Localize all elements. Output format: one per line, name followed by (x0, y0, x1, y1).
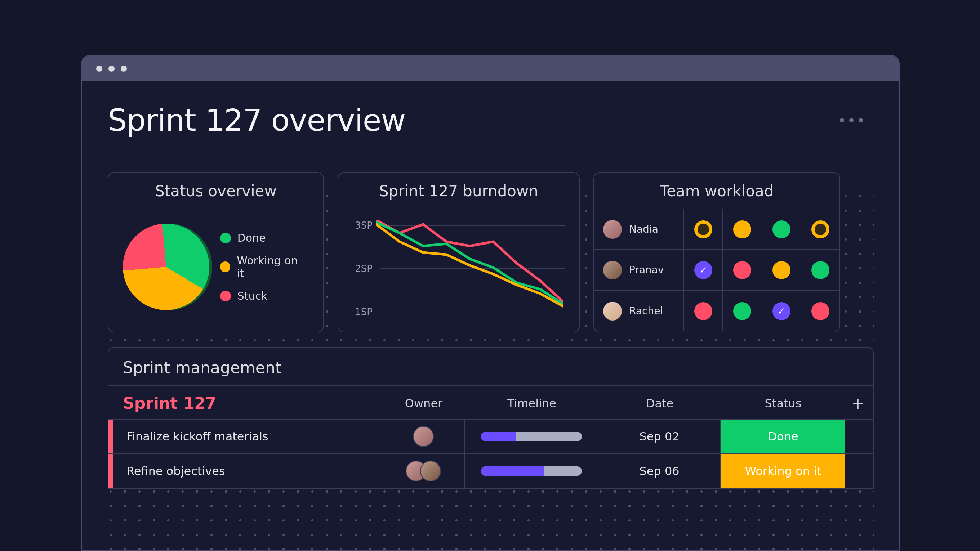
legend-label: Stuck (237, 289, 268, 302)
legend-item: Working on it (220, 254, 305, 279)
status-cell[interactable]: Done (721, 419, 845, 453)
date-cell[interactable]: Sep 06 (598, 454, 721, 488)
avatar (603, 302, 622, 321)
y-axis-label: 1SP (353, 306, 372, 317)
workload-cell[interactable]: ✓ (762, 291, 801, 331)
status-chip-icon (811, 302, 829, 320)
row-accent (108, 419, 113, 453)
person-name: Pranav (629, 264, 664, 276)
burndown-chart (376, 220, 563, 317)
card-title: Team workload (594, 173, 840, 208)
status-chip-icon (811, 221, 829, 238)
progress-bar (481, 432, 582, 441)
status-chip-icon (772, 221, 791, 238)
table-row[interactable]: Finalize kickoff materialsSep 02Done (108, 419, 873, 453)
workload-card: Team workload NadiaPranav✓Rachel✓ (593, 172, 840, 332)
progress-bar (481, 466, 582, 476)
legend-item: Stuck (220, 289, 305, 302)
table-row[interactable]: Refine objectivesSep 06Working on it (108, 453, 873, 488)
card-title: Sprint management (108, 348, 873, 385)
avatar (420, 460, 441, 481)
owner-cell[interactable] (382, 454, 465, 488)
workload-cell[interactable] (801, 291, 840, 331)
workload-person[interactable]: Rachel (594, 291, 684, 331)
column-header-status[interactable]: Status (721, 397, 845, 410)
y-axis-label: 2SP (353, 263, 372, 274)
status-overview-card: Status overview DoneWorking on itStuck (108, 172, 324, 332)
workload-cell[interactable] (723, 291, 762, 331)
date-cell[interactable]: Sep 02 (598, 419, 721, 453)
sprint-management-card: Sprint management Sprint 127 Owner Timel… (108, 347, 874, 489)
window-maximize-icon[interactable] (121, 65, 127, 71)
workload-row: Rachel✓ (594, 291, 840, 331)
workload-row: Pranav✓ (594, 250, 840, 291)
legend-color-icon (220, 262, 231, 272)
avatar (413, 426, 434, 447)
owner-cell[interactable] (382, 419, 465, 453)
workload-cell[interactable] (684, 209, 723, 249)
status-pie-chart (123, 224, 206, 310)
column-header-owner[interactable]: Owner (382, 397, 465, 410)
status-chip-icon (694, 302, 712, 320)
task-name[interactable]: Finalize kickoff materials (113, 419, 382, 453)
status-chip-icon (772, 261, 791, 279)
workload-cell[interactable] (723, 209, 762, 249)
status-chip-icon (733, 302, 751, 320)
window-titlebar (82, 56, 899, 81)
more-menu-icon[interactable] (840, 118, 874, 122)
person-name: Rachel (629, 305, 663, 317)
legend-item: Done (220, 232, 305, 244)
avatar (603, 261, 622, 279)
timeline-cell[interactable] (465, 419, 598, 453)
card-title: Sprint 127 burndown (338, 173, 579, 208)
workload-person[interactable]: Pranav (594, 250, 684, 290)
window-close-icon[interactable] (96, 65, 102, 71)
avatar (603, 220, 622, 239)
row-accent (108, 454, 113, 488)
app-window: Sprint 127 overview Status overview Done… (81, 55, 900, 551)
column-header-timeline[interactable]: Timeline (465, 397, 598, 410)
status-chip-icon (733, 221, 751, 238)
timeline-cell[interactable] (465, 454, 598, 488)
workload-cell[interactable] (762, 209, 801, 249)
task-name[interactable]: Refine objectives (113, 454, 382, 488)
legend-color-icon (220, 291, 231, 302)
sprint-group-name[interactable]: Sprint 127 (108, 394, 382, 412)
y-axis-label: 3SP (353, 220, 372, 231)
workload-cell[interactable] (762, 250, 801, 290)
legend-label: Working on it (237, 254, 305, 279)
workload-cell[interactable] (684, 291, 723, 331)
page-title: Sprint 127 overview (108, 103, 405, 138)
workload-cell[interactable]: ✓ (684, 250, 723, 290)
legend-label: Done (237, 232, 266, 244)
workload-cell[interactable] (723, 250, 762, 290)
burndown-card: Sprint 127 burndown 3SP2SP1SP (337, 172, 580, 332)
workload-row: Nadia (594, 209, 840, 250)
legend-color-icon (220, 233, 231, 243)
add-column-button[interactable]: + (845, 394, 870, 412)
workload-cell[interactable] (801, 250, 840, 290)
column-header-date[interactable]: Date (598, 397, 721, 410)
workload-person[interactable]: Nadia (594, 209, 684, 249)
status-chip-icon (694, 221, 712, 238)
card-title: Status overview (108, 173, 323, 208)
status-chip-icon (733, 261, 751, 279)
window-minimize-icon[interactable] (108, 65, 115, 71)
burndown-series-line (376, 220, 563, 302)
person-name: Nadia (629, 223, 658, 235)
status-chip-icon (811, 261, 829, 279)
status-chip-icon: ✓ (772, 302, 791, 320)
workload-cell[interactable] (801, 209, 840, 249)
status-cell[interactable]: Working on it (721, 454, 845, 488)
status-chip-icon: ✓ (694, 261, 712, 279)
